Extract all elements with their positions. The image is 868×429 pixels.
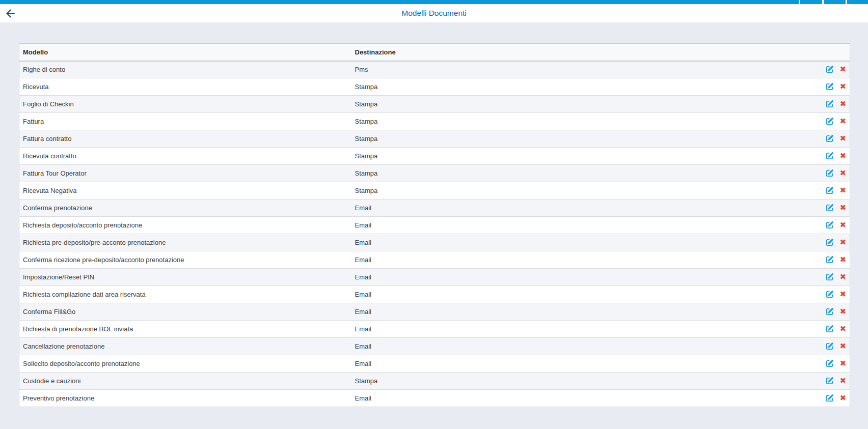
cell-destinazione: Email [351,269,810,286]
edit-icon [825,169,834,178]
edit-button[interactable] [825,186,834,195]
delete-button[interactable]: ✖ [839,360,846,367]
delete-button[interactable]: ✖ [839,187,846,194]
edit-icon [825,359,834,368]
edit-button[interactable] [825,238,834,247]
delete-button[interactable]: ✖ [839,394,846,402]
cell-destinazione: Email [351,217,810,234]
delete-button[interactable]: ✖ [839,325,846,333]
edit-button[interactable] [825,169,834,178]
edit-icon [825,204,834,212]
edit-icon [825,134,834,143]
delete-button[interactable]: ✖ [839,204,846,212]
edit-button[interactable] [825,273,834,281]
x-delete-icon: ✖ [839,204,846,212]
table-row: Richiesta compilazione dati area riserva… [19,286,850,303]
cell-actions: ✖ [810,165,850,182]
delete-button[interactable]: ✖ [839,221,846,229]
cell-destinazione: Email [351,321,810,338]
delete-button[interactable]: ✖ [839,100,846,108]
delete-button[interactable]: ✖ [839,169,846,177]
cell-destinazione: Email [351,251,810,269]
delete-button[interactable]: ✖ [839,66,846,73]
cell-actions: ✖ [810,234,850,251]
edit-icon [825,290,834,299]
cell-actions: ✖ [810,373,850,390]
cell-modello: Conferma ricezione pre-deposito/acconto … [19,251,351,269]
cell-destinazione: Email [351,355,810,373]
x-delete-icon: ✖ [839,135,846,142]
cell-actions: ✖ [810,96,850,113]
edit-button[interactable] [825,342,834,351]
delete-button[interactable]: ✖ [839,239,846,246]
x-delete-icon: ✖ [839,152,846,160]
delete-button[interactable]: ✖ [839,377,846,385]
edit-icon [825,255,834,264]
edit-button[interactable] [825,152,834,160]
cell-actions: ✖ [810,303,850,321]
table-header-row: Modello Destinazione [19,44,850,61]
edit-button[interactable] [825,307,834,316]
delete-button[interactable]: ✖ [839,152,846,160]
topbar-separator [822,0,824,4]
table-row: Righe di conto Pms ✖ [19,61,850,78]
edit-button[interactable] [825,325,834,333]
edit-button[interactable] [825,100,834,108]
cell-actions: ✖ [810,148,850,165]
edit-icon [825,221,834,230]
edit-button[interactable] [825,255,834,264]
cell-modello: Righe di conto [19,61,351,78]
edit-button[interactable] [825,82,834,91]
column-header-modello: Modello [19,44,351,61]
delete-button[interactable]: ✖ [839,118,846,125]
table-row: Conferma Fill&Go Email ✖ [19,303,850,321]
cell-modello: Foglio di Checkin [19,96,351,113]
delete-button[interactable]: ✖ [839,308,846,316]
x-delete-icon: ✖ [839,291,846,298]
table-row: Foglio di Checkin Stampa ✖ [19,96,850,113]
edit-button[interactable] [825,377,834,385]
cell-modello: Preventivo prenotazione [19,390,351,407]
delete-button[interactable]: ✖ [839,342,846,350]
delete-button[interactable]: ✖ [839,135,846,142]
delete-button[interactable]: ✖ [839,291,846,298]
edit-button[interactable] [825,204,834,212]
edit-icon [825,82,834,91]
cell-actions: ✖ [810,355,850,373]
edit-button[interactable] [825,290,834,299]
delete-button[interactable]: ✖ [839,256,846,264]
cell-destinazione: Email [351,286,810,303]
cell-modello: Cancellazione prenotazione [19,338,351,355]
cell-actions: ✖ [810,217,850,234]
cell-actions: ✖ [810,390,850,407]
x-delete-icon: ✖ [839,308,846,316]
cell-destinazione: Stampa [351,148,810,165]
edit-button[interactable] [825,394,834,403]
table-row: Impostazione/Reset PIN Email ✖ [19,269,850,286]
edit-button[interactable] [825,359,834,368]
cell-modello: Richiesta di prenotazione BOL inviata [19,321,351,338]
column-header-destinazione: Destinazione [351,44,810,61]
edit-button[interactable] [825,117,834,126]
back-button[interactable] [3,7,17,20]
cell-modello: Ricevuta [19,78,351,96]
edit-button[interactable] [825,221,834,230]
cell-modello: Impostazione/Reset PIN [19,269,351,286]
edit-icon [825,65,834,74]
x-delete-icon: ✖ [839,118,846,125]
edit-icon [825,273,834,281]
cell-destinazione: Stampa [351,130,810,148]
cell-actions: ✖ [810,78,850,96]
edit-icon [825,307,834,316]
edit-button[interactable] [825,65,834,74]
delete-button[interactable]: ✖ [839,83,846,91]
arrow-left-icon [4,7,17,20]
edit-button[interactable] [825,134,834,143]
table-row: Preventivo prenotazione Email ✖ [19,390,850,407]
edit-icon [825,100,834,108]
table-row: Cancellazione prenotazione Email ✖ [19,338,850,355]
cell-modello: Fattura contratto [19,130,351,148]
page-title: Modelli Documenti [0,4,868,22]
delete-button[interactable]: ✖ [839,273,846,281]
edit-icon [825,325,834,333]
